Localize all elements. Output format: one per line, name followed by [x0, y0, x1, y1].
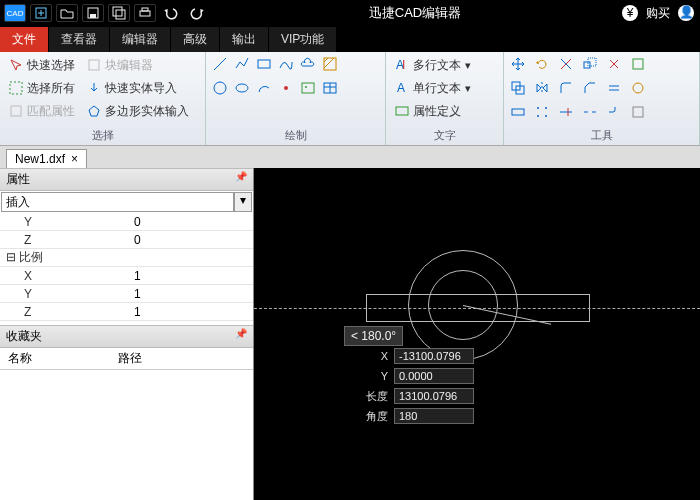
- ribbon: 快速选择 选择所有 匹配属性 块编辑器 快速实体导入 多边形实体输入 选择: [0, 52, 700, 146]
- saveall-icon[interactable]: [108, 4, 130, 22]
- image-icon[interactable]: [298, 78, 318, 98]
- coord-length[interactable]: 13100.0796: [394, 388, 474, 404]
- table-icon[interactable]: [320, 78, 340, 98]
- spline-icon[interactable]: [276, 54, 296, 74]
- line-icon[interactable]: [210, 54, 230, 74]
- mirror-icon[interactable]: [532, 78, 552, 98]
- tool-c-icon[interactable]: [628, 102, 648, 122]
- buy-link[interactable]: 购买: [646, 5, 670, 22]
- mtext-button[interactable]: AI多行文本 ▾: [390, 54, 476, 76]
- stext-button[interactable]: A单行文本 ▾: [390, 77, 476, 99]
- svg-line-16: [324, 58, 334, 68]
- left-panel: 属性📌 ▾ Y0 Z0 ⊟ 比例 X1 Y1 Z1 收藏夹📌 名称 路径: [0, 168, 254, 500]
- col-path[interactable]: 路径: [110, 350, 142, 367]
- arc-icon[interactable]: [254, 78, 274, 98]
- svg-rect-31: [584, 62, 590, 68]
- svg-rect-28: [396, 107, 408, 115]
- rotate-icon[interactable]: [532, 54, 552, 74]
- stretch-icon[interactable]: [508, 102, 528, 122]
- quick-select-button[interactable]: 快速选择: [4, 54, 80, 76]
- pin-icon[interactable]: 📌: [235, 171, 247, 188]
- quick-import-button[interactable]: 快速实体导入: [82, 77, 194, 99]
- currency-icon[interactable]: ¥: [622, 5, 638, 21]
- svg-rect-13: [258, 60, 270, 68]
- scale-icon[interactable]: [580, 54, 600, 74]
- copy-icon[interactable]: [508, 78, 528, 98]
- svg-rect-46: [633, 107, 643, 117]
- svg-rect-37: [512, 109, 524, 115]
- redo-icon[interactable]: [186, 4, 208, 22]
- favorites-columns: 名称 路径: [0, 348, 253, 370]
- break-icon[interactable]: [580, 102, 600, 122]
- combo-dropdown-icon[interactable]: ▾: [234, 192, 252, 212]
- match-prop-button[interactable]: 匹配属性: [4, 100, 80, 122]
- group-draw-label: 绘制: [206, 128, 385, 145]
- circle-icon[interactable]: [210, 78, 230, 98]
- app-icon[interactable]: CAD: [4, 4, 26, 22]
- app-title: 迅捷CAD编辑器: [208, 4, 622, 22]
- drawing-canvas[interactable]: < 180.0° X-13100.0796 Y0.0000 长度13100.07…: [254, 168, 700, 500]
- document-tabs: New1.dxf ×: [0, 146, 700, 168]
- svg-rect-8: [142, 8, 148, 11]
- block-editor-button[interactable]: 块编辑器: [82, 54, 194, 76]
- close-icon[interactable]: ×: [71, 152, 78, 166]
- move-icon[interactable]: [508, 54, 528, 74]
- tab-file[interactable]: 文件: [0, 27, 48, 52]
- attrdef-button[interactable]: 属性定义: [390, 100, 476, 122]
- join-icon[interactable]: [604, 102, 624, 122]
- angle-tooltip: < 180.0°: [344, 326, 403, 346]
- save-icon[interactable]: [82, 4, 104, 22]
- tool-a-icon[interactable]: [628, 54, 648, 74]
- pin-icon[interactable]: 📌: [235, 328, 247, 345]
- svg-text:A: A: [397, 81, 405, 95]
- svg-rect-9: [10, 82, 22, 94]
- insert-combo[interactable]: [1, 192, 234, 212]
- svg-point-40: [537, 115, 539, 117]
- point-icon[interactable]: [276, 78, 296, 98]
- coord-x[interactable]: -13100.0796: [394, 348, 474, 364]
- favorites-header[interactable]: 收藏夹📌: [0, 325, 253, 348]
- coord-angle[interactable]: 180: [394, 408, 474, 424]
- rect-icon[interactable]: [254, 54, 274, 74]
- new-icon[interactable]: [30, 4, 52, 22]
- cloud-icon[interactable]: [298, 54, 318, 74]
- array-icon[interactable]: [532, 102, 552, 122]
- chamfer-icon[interactable]: [580, 78, 600, 98]
- svg-text:I: I: [402, 58, 405, 72]
- favorites-list[interactable]: [0, 370, 253, 500]
- select-all-button[interactable]: 选择所有: [4, 77, 80, 99]
- ellipse-icon[interactable]: [232, 78, 252, 98]
- user-icon[interactable]: 👤: [678, 5, 694, 21]
- svg-rect-10: [11, 106, 21, 116]
- svg-rect-7: [140, 11, 150, 16]
- trim-icon[interactable]: [556, 54, 576, 74]
- doc-tab-label: New1.dxf: [15, 152, 65, 166]
- hatch-icon[interactable]: [320, 54, 340, 74]
- print-icon[interactable]: [134, 4, 156, 22]
- explode-icon[interactable]: [604, 54, 624, 74]
- svg-point-41: [545, 115, 547, 117]
- tab-vip[interactable]: VIP功能: [269, 27, 336, 52]
- svg-rect-4: [90, 14, 96, 18]
- polygon-input-button[interactable]: 多边形实体输入: [82, 100, 194, 122]
- tab-advanced[interactable]: 高级: [171, 27, 219, 52]
- property-grid[interactable]: Y0 Z0 ⊟ 比例 X1 Y1 Z1: [0, 213, 253, 321]
- tab-editor[interactable]: 编辑器: [110, 27, 170, 52]
- extend-icon[interactable]: [556, 102, 576, 122]
- open-icon[interactable]: [56, 4, 78, 22]
- tab-viewer[interactable]: 查看器: [49, 27, 109, 52]
- col-name[interactable]: 名称: [0, 350, 110, 367]
- offset-icon[interactable]: [604, 78, 624, 98]
- coord-readout: X-13100.0796 Y0.0000 长度13100.0796 角度180: [344, 346, 474, 426]
- properties-header[interactable]: 属性📌: [0, 168, 253, 191]
- group-text-label: 文字: [386, 128, 503, 145]
- svg-rect-11: [89, 60, 99, 70]
- polyline-icon[interactable]: [232, 54, 252, 74]
- svg-point-17: [214, 82, 226, 94]
- fillet-icon[interactable]: [556, 78, 576, 98]
- tool-b-icon[interactable]: [628, 78, 648, 98]
- tab-output[interactable]: 输出: [220, 27, 268, 52]
- coord-y[interactable]: 0.0000: [394, 368, 474, 384]
- doc-tab[interactable]: New1.dxf ×: [6, 149, 87, 168]
- undo-icon[interactable]: [160, 4, 182, 22]
